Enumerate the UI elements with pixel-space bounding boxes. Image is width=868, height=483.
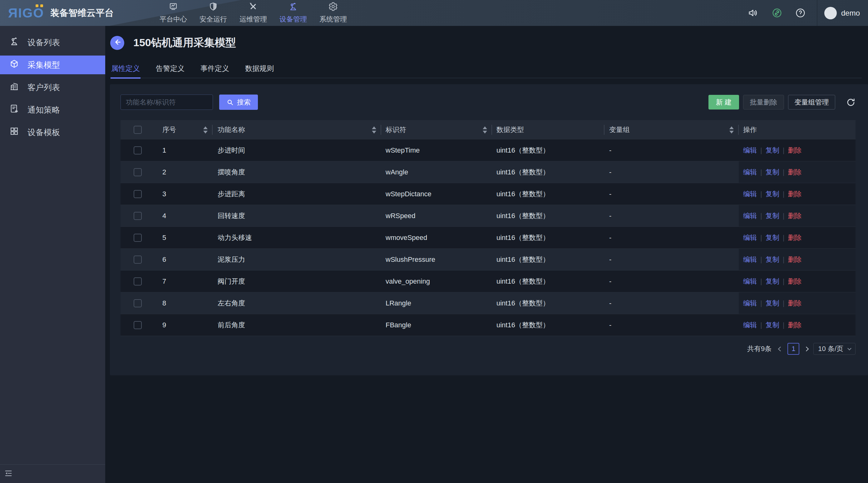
delete-link[interactable]: 删除 [788, 233, 802, 243]
sidebar-item-collection-model[interactable]: 采集模型 [0, 56, 105, 74]
security-shield-icon [209, 2, 218, 13]
nav-item-platform-center[interactable]: 平台中心 [153, 0, 193, 26]
row-identifier: wmoveSpeed [381, 227, 492, 248]
row-variable-group: - [604, 139, 739, 161]
new-button[interactable]: 新 建 [708, 95, 739, 109]
sort-caret-icon[interactable] [372, 126, 376, 133]
collapse-sidebar-icon[interactable] [4, 469, 13, 479]
table-body: 1 步进时间 wStepTime uint16（整数型） - 编辑 | 复制 |… [121, 139, 856, 336]
row-checkbox[interactable] [134, 321, 142, 329]
row-checkbox[interactable] [134, 168, 142, 176]
tab-alarm-definition[interactable]: 告警定义 [155, 60, 185, 78]
row-checkbox[interactable] [134, 278, 142, 286]
nav-item-system[interactable]: 系统管理 [313, 0, 353, 26]
row-no: 3 [155, 183, 213, 205]
sidebar-item-device-template[interactable]: 设备模板 [0, 123, 105, 142]
header-cell-variable-group[interactable]: 变量组 [604, 120, 739, 139]
row-checkbox[interactable] [134, 299, 142, 307]
action-separator: | [760, 278, 762, 286]
table-row: 7 阀门开度 valve_opening uint16（整数型） - 编辑 | … [121, 270, 856, 292]
copy-link[interactable]: 复制 [766, 255, 779, 264]
delete-link[interactable]: 删除 [788, 189, 802, 199]
action-separator: | [760, 168, 762, 176]
edit-link[interactable]: 编辑 [743, 146, 757, 155]
row-function-name: 回转速度 [213, 205, 381, 227]
edit-link[interactable]: 编辑 [743, 211, 757, 221]
row-checkbox[interactable] [134, 190, 142, 198]
prev-page-icon[interactable] [778, 346, 783, 351]
edit-link[interactable]: 编辑 [743, 189, 757, 199]
row-select-cell [121, 205, 155, 227]
sort-caret-icon[interactable] [730, 126, 734, 133]
sidebar-item-notification-policy[interactable]: 通知策略 [0, 100, 105, 119]
page-number-button[interactable]: 1 [787, 343, 799, 355]
row-checkbox[interactable] [134, 256, 142, 264]
table-row: 6 泥浆压力 wSlushPressure uint16（整数型） - 编辑 |… [121, 249, 856, 270]
batch-delete-button[interactable]: 批量删除 [743, 95, 784, 109]
delete-link[interactable]: 删除 [788, 277, 802, 286]
row-variable-group: - [604, 227, 739, 248]
row-identifier: wAngle [381, 161, 492, 183]
delete-link[interactable]: 删除 [788, 146, 802, 155]
nav-item-device-management[interactable]: 设备管理 [273, 0, 313, 26]
row-function-name: 摆喷角度 [213, 161, 381, 183]
action-separator: | [760, 146, 762, 155]
variable-group-button[interactable]: 变量组管理 [788, 95, 835, 109]
copy-link[interactable]: 复制 [766, 189, 779, 199]
tab-data-rules[interactable]: 数据规则 [245, 60, 274, 78]
delete-link[interactable]: 删除 [788, 255, 802, 264]
edit-link[interactable]: 编辑 [743, 233, 757, 243]
help-question-icon[interactable] [795, 8, 806, 18]
header-cell-identifier[interactable]: 标识符 [381, 120, 492, 139]
edit-link[interactable]: 编辑 [743, 320, 757, 330]
sort-caret-icon[interactable] [483, 126, 487, 133]
row-checkbox[interactable] [134, 212, 142, 220]
select-all-checkbox[interactable] [134, 126, 142, 134]
edit-link[interactable]: 编辑 [743, 277, 757, 286]
copy-link[interactable]: 复制 [766, 277, 779, 286]
delete-link[interactable]: 删除 [788, 211, 802, 221]
row-identifier: wStepTime [381, 139, 492, 161]
edit-link[interactable]: 编辑 [743, 299, 757, 308]
connection-link-icon[interactable] [772, 8, 782, 18]
search-button[interactable]: 搜索 [219, 95, 258, 110]
copy-link[interactable]: 复制 [766, 299, 779, 308]
delete-link[interactable]: 删除 [788, 320, 802, 330]
row-select-cell [121, 227, 155, 248]
back-button[interactable] [110, 36, 124, 50]
delete-link[interactable]: 删除 [788, 167, 802, 177]
top-bar-right: demo [748, 0, 868, 26]
page-size-select[interactable]: 10 条/页 [813, 343, 856, 355]
tab-attribute-definition[interactable]: 属性定义 [111, 60, 141, 78]
sort-caret-icon[interactable] [203, 126, 208, 133]
row-variable-group: - [604, 314, 739, 336]
action-separator: | [783, 190, 785, 198]
row-variable-group: - [604, 292, 739, 314]
header-cell-no[interactable]: 序号 [155, 120, 213, 139]
tab-event-definition[interactable]: 事件定义 [200, 60, 230, 78]
row-checkbox[interactable] [134, 146, 142, 155]
sidebar-item-customer-list[interactable]: 客户列表 [0, 78, 105, 97]
table-row: 9 前后角度 FBangle uint16（整数型） - 编辑 | 复制 | 删… [121, 314, 856, 336]
row-function-name: 步进时间 [213, 139, 381, 161]
user-name: demo [841, 9, 860, 18]
edit-link[interactable]: 编辑 [743, 255, 757, 264]
row-checkbox[interactable] [134, 234, 142, 242]
copy-link[interactable]: 复制 [766, 233, 779, 243]
nav-item-security[interactable]: 安全运行 [193, 0, 233, 26]
search-input[interactable] [121, 95, 213, 110]
user-avatar[interactable] [824, 7, 837, 19]
sidebar-item-device-list[interactable]: 设备列表 [0, 33, 105, 52]
edit-link[interactable]: 编辑 [743, 167, 757, 177]
nav-item-ops[interactable]: 运维管理 [233, 0, 273, 26]
header-cell-name[interactable]: 功能名称 [213, 120, 381, 139]
copy-link[interactable]: 复制 [766, 320, 779, 330]
copy-link[interactable]: 复制 [766, 211, 779, 221]
delete-link[interactable]: 删除 [788, 299, 802, 308]
announcement-speaker-icon[interactable] [748, 8, 758, 18]
refresh-icon[interactable] [846, 98, 856, 107]
copy-link[interactable]: 复制 [766, 146, 779, 155]
copy-link[interactable]: 复制 [766, 167, 779, 177]
row-no: 4 [155, 205, 213, 227]
next-page-icon[interactable] [804, 346, 809, 351]
